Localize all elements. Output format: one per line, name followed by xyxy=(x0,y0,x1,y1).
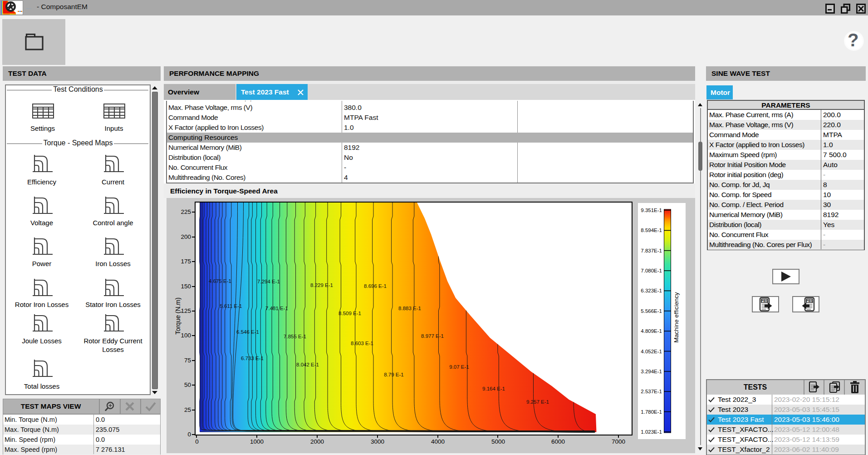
svg-text:3.294E-1: 3.294E-1 xyxy=(641,369,662,374)
svg-text:1.023E-1: 1.023E-1 xyxy=(641,429,662,435)
svg-text:2.537E-1: 2.537E-1 xyxy=(641,389,662,394)
svg-text:8.603 E-1: 8.603 E-1 xyxy=(351,341,373,346)
svg-text:4.052E-1: 4.052E-1 xyxy=(641,349,662,354)
svg-text:PBS: PBS xyxy=(761,299,768,302)
svg-text:8.696 E-1: 8.696 E-1 xyxy=(364,283,387,289)
svg-text:8.594E-1: 8.594E-1 xyxy=(641,228,662,233)
svg-text:5.611 E-1: 5.611 E-1 xyxy=(220,303,242,309)
svg-text:4.675 E-1: 4.675 E-1 xyxy=(209,278,231,284)
svg-text:6.733 E-1: 6.733 E-1 xyxy=(241,356,264,361)
svg-text:PBS: PBS xyxy=(806,299,813,302)
svg-text:8.883 E-1: 8.883 E-1 xyxy=(398,306,421,311)
svg-text:9.07 E-1: 9.07 E-1 xyxy=(449,364,469,370)
svg-text:7.855 E-1: 7.855 E-1 xyxy=(284,334,306,339)
svg-text:7.080E-1: 7.080E-1 xyxy=(641,268,662,273)
svg-text:7.481 E-1: 7.481 E-1 xyxy=(265,306,288,311)
svg-text:7.294 E-1: 7.294 E-1 xyxy=(257,279,280,284)
svg-text:9.351E-1: 9.351E-1 xyxy=(641,208,662,213)
svg-text:8.509 E-1: 8.509 E-1 xyxy=(338,311,361,316)
svg-text:9.257 E-1: 9.257 E-1 xyxy=(526,399,549,405)
svg-text:1.780E-1: 1.780E-1 xyxy=(641,409,662,415)
svg-text:7.837E-1: 7.837E-1 xyxy=(641,248,662,253)
svg-text:8.977 E-1: 8.977 E-1 xyxy=(421,333,444,339)
svg-text:Machine efficiency: Machine efficiency xyxy=(673,292,680,342)
svg-text:9.164 E-1: 9.164 E-1 xyxy=(482,386,505,391)
svg-text:6.546 E-1: 6.546 E-1 xyxy=(236,329,259,335)
svg-text:4.809E-1: 4.809E-1 xyxy=(641,328,662,334)
svg-text:6.323E-1: 6.323E-1 xyxy=(641,288,662,293)
svg-text:8.79 E-1: 8.79 E-1 xyxy=(384,372,403,377)
svg-text:8.042 E-1: 8.042 E-1 xyxy=(296,362,319,367)
svg-text:8.229 E-1: 8.229 E-1 xyxy=(310,282,333,288)
svg-text:5.566E-1: 5.566E-1 xyxy=(641,308,662,314)
